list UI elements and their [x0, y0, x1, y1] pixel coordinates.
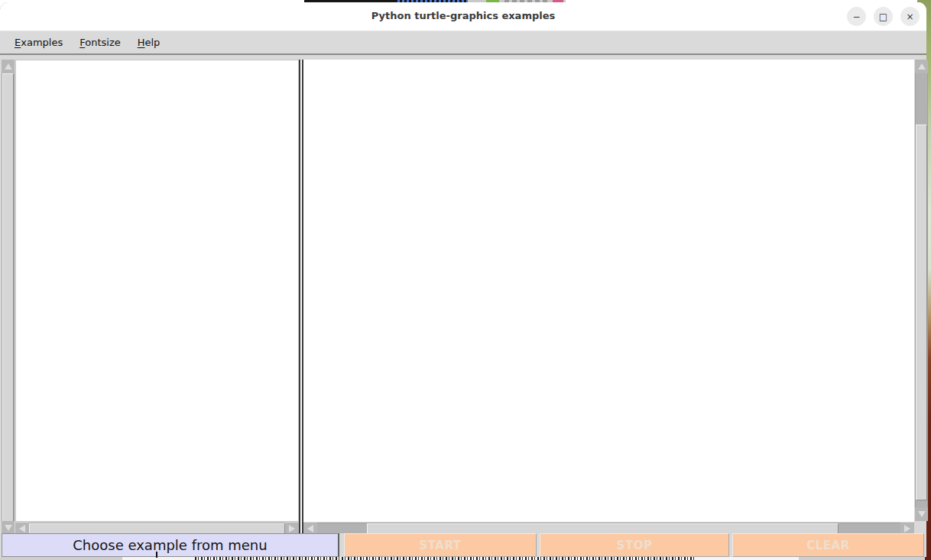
menu-examples-label-rest: xamples: [21, 37, 63, 48]
editor-vscroll-thumb[interactable]: [2, 73, 14, 522]
source-code-textarea[interactable]: [15, 60, 299, 522]
scroll-down-icon: [5, 525, 12, 531]
menu-fontsize-label-rest: ontsize: [85, 37, 121, 48]
scroll-up-icon: [5, 63, 12, 70]
canvas-vscroll-thumb[interactable]: [916, 125, 927, 500]
menu-help[interactable]: Help: [131, 34, 167, 51]
minimize-button[interactable]: −: [847, 7, 866, 26]
scroll-up-icon: [918, 63, 926, 70]
canvas-vertical-scrollbar[interactable]: [915, 60, 928, 521]
background-document-strip: [122, 557, 799, 560]
scroll-down-icon: [918, 511, 926, 517]
menu-examples[interactable]: Examples: [8, 34, 70, 51]
maximize-button[interactable]: □: [874, 7, 893, 26]
status-message: Choose example from menu: [2, 533, 339, 557]
editor-vertical-scrollbar[interactable]: [2, 60, 15, 535]
ibeam-cursor: [156, 552, 157, 558]
desktop-background-bottom: [0, 557, 925, 560]
close-icon: ×: [906, 12, 913, 21]
titlebar: Python turtle-graphics examples − □ ×: [0, 2, 926, 31]
menu-fontsize[interactable]: Fontsize: [73, 34, 128, 51]
editor-vscroll-up-button[interactable]: [2, 60, 15, 73]
stop-button[interactable]: STOP: [540, 533, 729, 557]
scroll-left-icon: [19, 525, 25, 532]
menubar: Examples Fontsize Help: [0, 31, 926, 55]
menu-help-label-rest: elp: [144, 37, 160, 48]
window-controls: − □ ×: [847, 7, 920, 26]
clear-button[interactable]: CLEAR: [732, 533, 924, 557]
background-document-text: [195, 557, 696, 560]
menu-examples-label: E: [15, 37, 21, 48]
start-button[interactable]: START: [344, 533, 537, 557]
window-title: Python turtle-graphics examples: [0, 10, 926, 21]
turtledemo-window: Python turtle-graphics examples − □ × Ex…: [0, 2, 926, 557]
turtle-canvas: [303, 60, 914, 522]
scroll-right-icon: [904, 525, 910, 532]
maximize-icon: □: [879, 12, 887, 21]
scroll-right-icon: [289, 525, 295, 532]
editor-hscroll-thumb[interactable]: [29, 523, 285, 534]
bottom-bar: Choose example from menu START STOP CLEA…: [0, 533, 926, 557]
scroll-left-icon: [307, 525, 313, 532]
canvas-vscroll-up-button[interactable]: [915, 60, 928, 73]
minimize-icon: −: [852, 12, 860, 21]
main-content: [0, 55, 926, 533]
canvas-hscroll-thumb[interactable]: [367, 523, 839, 534]
close-button[interactable]: ×: [900, 7, 920, 26]
canvas-vscroll-down-button[interactable]: [915, 507, 928, 521]
